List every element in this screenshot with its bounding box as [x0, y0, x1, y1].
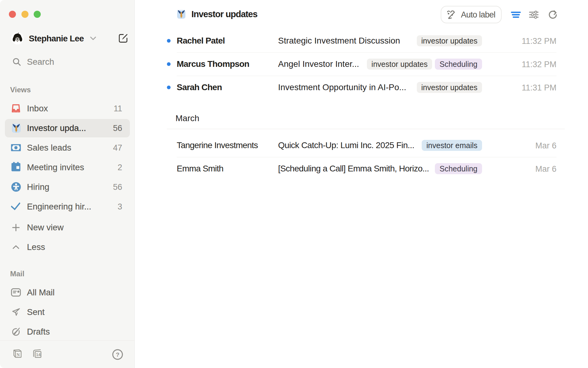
svg-text:N: N — [17, 352, 20, 357]
svg-text:14: 14 — [36, 352, 41, 357]
svg-text:?: ? — [116, 351, 119, 358]
